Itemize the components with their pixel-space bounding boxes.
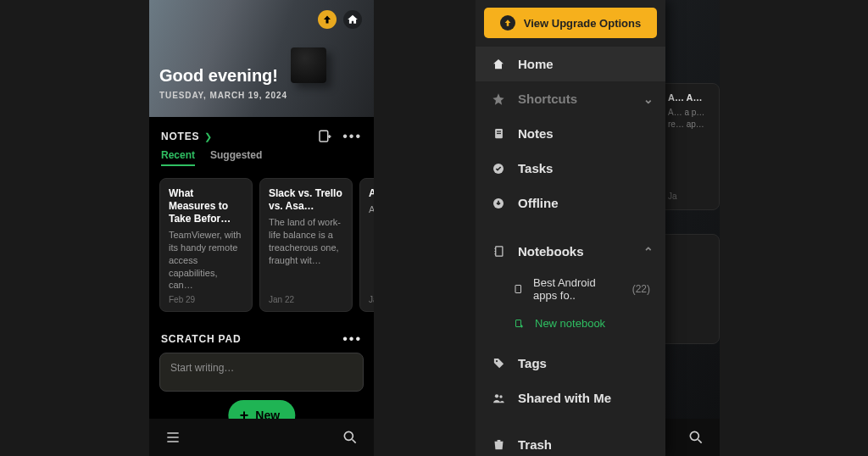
scratchpad-label: SCRATCH PAD (161, 333, 241, 345)
menu-icon[interactable] (164, 429, 181, 446)
svg-point-12 (495, 360, 497, 362)
nav-label: Shared with Me (518, 391, 611, 405)
nav-trash[interactable]: Trash (476, 427, 665, 456)
svg-rect-0 (320, 131, 328, 142)
note-card-title: A… (369, 187, 374, 200)
notebook-count: (22) (632, 283, 650, 295)
note-card[interactable]: A… A… A… a p… re… ap… Ja (659, 83, 720, 210)
svg-point-3 (690, 431, 698, 440)
upgrade-badge-icon[interactable] (318, 10, 337, 29)
drawer-screen: ••• A… A… A… a p… re… ap… Ja View Upgrad… (476, 0, 720, 456)
notes-section-header[interactable]: NOTES ❯ (161, 131, 212, 142)
note-card[interactable] (659, 234, 720, 344)
tab-suggested[interactable]: Suggested (210, 149, 262, 166)
svg-rect-11 (516, 320, 521, 326)
home-screen: Good evening! TUESDAY, MARCH 19, 2024 NO… (149, 0, 374, 456)
upgrade-label: View Upgrade Options (524, 18, 641, 29)
hero-banner: Good evening! TUESDAY, MARCH 19, 2024 (149, 0, 374, 117)
notes-card-row: What Measures to Take Befor… TeamViewer,… (149, 173, 374, 317)
notebook-small-icon (513, 284, 523, 294)
svg-rect-9 (495, 247, 502, 256)
upgrade-arrow-icon (500, 15, 515, 31)
chevron-right-icon: ❯ (204, 131, 212, 142)
note-card-excerpt: A… (369, 203, 374, 216)
nav-label: Tags (518, 356, 547, 370)
note-card-title: What Measures to Take Befor… (169, 187, 243, 225)
home-icon[interactable] (343, 10, 362, 29)
nav-label: Tasks (518, 161, 553, 175)
search-icon[interactable] (687, 429, 704, 446)
date-text: TUESDAY, MARCH 19, 2024 (159, 91, 287, 100)
note-card-excerpt: TeamViewer, with its handy remote access… (169, 229, 243, 292)
chevron-up-icon: ⌃ (643, 245, 654, 259)
notebook-plus-icon (513, 319, 525, 329)
download-icon (491, 197, 506, 210)
nav-label: Offline (518, 196, 559, 210)
scratchpad-placeholder: Start writing… (170, 362, 234, 374)
note-card-title: A… A… (668, 92, 714, 103)
greeting-text: Good evening! (159, 66, 287, 86)
nav-label: Trash (518, 437, 552, 452)
more-icon[interactable]: ••• (342, 130, 362, 143)
nav-notebooks[interactable]: Notebooks ⌃ (476, 234, 665, 269)
new-notebook-button[interactable]: New notebook (476, 309, 665, 337)
scratchpad-input[interactable]: Start writing… (159, 353, 364, 392)
nav-tags[interactable]: Tags (476, 346, 665, 381)
nav-label: Notebooks (518, 244, 584, 259)
trash-icon (491, 438, 506, 451)
home-icon (491, 58, 506, 71)
tab-recent[interactable]: Recent (161, 149, 195, 166)
svg-rect-10 (515, 286, 521, 293)
nav-home[interactable]: Home (476, 47, 665, 81)
nav-notes[interactable]: Notes (476, 116, 665, 151)
tag-icon (491, 357, 506, 370)
notebook-item[interactable]: Best Android apps fo.. (22) (476, 269, 665, 309)
note-icon (491, 127, 506, 140)
note-card[interactable]: What Measures to Take Befor… TeamViewer,… (159, 178, 253, 312)
check-circle-icon (491, 162, 506, 175)
nav-label: Home (518, 57, 554, 71)
note-card-date: Ja (668, 192, 714, 201)
star-icon (491, 92, 506, 106)
upgrade-button[interactable]: View Upgrade Options (484, 8, 657, 38)
svg-point-14 (499, 395, 502, 398)
notebook-name: Best Android apps fo.. (533, 276, 617, 302)
note-card-excerpt: The land of work-life balance is a treac… (269, 216, 343, 266)
notes-label: NOTES (161, 131, 199, 142)
svg-rect-5 (497, 131, 501, 131)
more-icon[interactable]: ••• (342, 332, 362, 346)
svg-point-13 (495, 394, 498, 398)
note-card-date: Jan 22 (269, 295, 343, 304)
nav-shortcuts[interactable]: Shortcuts ⌄ (476, 81, 665, 116)
svg-rect-6 (497, 133, 501, 134)
new-notebook-label: New notebook (535, 317, 605, 330)
note-card-title: Slack vs. Trello vs. Asa… (269, 187, 343, 213)
note-card-date: Ja (369, 295, 374, 304)
nav-shared[interactable]: Shared with Me (476, 381, 665, 415)
chevron-down-icon: ⌄ (643, 92, 654, 106)
nav-offline[interactable]: Offline (476, 186, 665, 220)
note-card-excerpt: A… a p… re… ap… (668, 107, 714, 130)
nav-drawer: View Upgrade Options Home Shortcuts ⌄ (476, 0, 665, 456)
notebook-icon (491, 245, 506, 258)
svg-point-1 (344, 431, 353, 440)
nav-tasks[interactable]: Tasks (476, 151, 665, 186)
nav-label: Notes (518, 126, 554, 141)
note-card-date: Feb 29 (169, 295, 243, 304)
nav-label: Shortcuts (518, 92, 577, 106)
add-note-icon[interactable] (317, 129, 332, 144)
note-card[interactable]: A… A… Ja (359, 178, 374, 312)
search-icon[interactable] (342, 429, 359, 446)
people-icon (491, 392, 506, 405)
note-card[interactable]: Slack vs. Trello vs. Asa… The land of wo… (259, 178, 353, 312)
